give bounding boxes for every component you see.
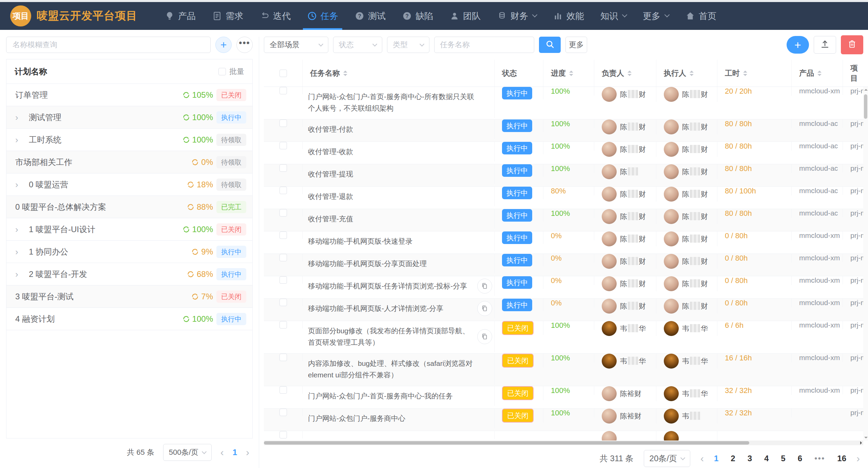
select-all-checkbox[interactable] xyxy=(279,70,287,77)
plan-row[interactable]: ›2 唛盟平台-开发68%执行中 xyxy=(6,263,252,285)
copy-task-button[interactable] xyxy=(477,279,492,294)
sort-carets-icon[interactable] xyxy=(817,71,822,76)
plan-row[interactable]: ›0 唛盟运营18%待领取 xyxy=(6,173,252,196)
vertical-scrollbar[interactable] xyxy=(863,87,868,441)
row-checkbox[interactable] xyxy=(279,254,287,261)
task-name[interactable]: 门户网站-众包门户-首页-服务商中心-所有数据只关联个人账号，不关联组织架构 xyxy=(308,91,475,114)
task-next-page-icon[interactable]: › xyxy=(856,453,860,464)
sort-carets-icon[interactable] xyxy=(628,71,632,76)
row-checkbox[interactable] xyxy=(279,431,287,438)
row-checkbox[interactable] xyxy=(279,409,287,416)
page-number[interactable]: 1 xyxy=(714,454,718,463)
chevron-right-icon[interactable]: › xyxy=(15,135,29,144)
type-select[interactable]: 类型 xyxy=(387,37,429,53)
nav-item-首页[interactable]: 首页 xyxy=(677,2,725,30)
row-checkbox[interactable] xyxy=(279,231,287,239)
page-number[interactable]: 6 xyxy=(798,454,802,463)
vertical-scrollbar-thumb[interactable] xyxy=(864,94,867,119)
nav-item-需求[interactable]: 需求 xyxy=(204,2,251,30)
task-name[interactable]: 收付管理-收款 xyxy=(308,146,353,157)
chevron-right-icon[interactable]: › xyxy=(15,225,29,234)
more-filters-button[interactable]: 更多 xyxy=(565,37,587,53)
scroll-up-icon[interactable] xyxy=(864,89,868,91)
task-name[interactable]: 移动端功能-手机网页版-人才详情浏览-分享 xyxy=(308,303,443,314)
task-name[interactable]: 移动端功能-手机网页版-分享页面处理 xyxy=(308,258,427,269)
sort-carets-icon[interactable] xyxy=(743,71,747,76)
row-checkbox[interactable] xyxy=(279,209,287,217)
plan-row[interactable]: 0 唛盟平台-总体解决方案88%已完工 xyxy=(6,196,252,218)
scene-select[interactable]: 全部场景 xyxy=(264,37,328,53)
row-checkbox[interactable] xyxy=(279,354,287,361)
brand[interactable]: 项目 唛盟云开发平台项目 xyxy=(10,2,137,30)
add-plan-button[interactable]: + xyxy=(215,37,232,53)
horizontal-scrollbar[interactable] xyxy=(264,441,863,445)
plan-prev-page-icon[interactable]: ‹ xyxy=(220,447,224,457)
plan-page-number[interactable]: 1 xyxy=(233,448,237,457)
row-checkbox[interactable] xyxy=(279,386,287,394)
task-name-input[interactable] xyxy=(434,37,534,53)
task-prev-page-icon[interactable]: ‹ xyxy=(700,453,704,464)
row-checkbox[interactable] xyxy=(279,321,287,329)
task-name[interactable]: 内容添加修改、bug处理、样式修改（safari浏览器对element ui部分… xyxy=(308,358,475,381)
nav-item-测试[interactable]: ?测试 xyxy=(346,2,394,30)
nav-item-效能[interactable]: 效能 xyxy=(545,2,592,30)
batch-checkbox[interactable] xyxy=(218,68,226,75)
plan-row[interactable]: ›测试管理100%执行中 xyxy=(6,106,252,129)
import-button[interactable] xyxy=(814,36,836,54)
nav-item-知识[interactable]: 知识 xyxy=(592,2,635,30)
task-name[interactable]: 收付管理-提现 xyxy=(308,168,353,180)
project-logo[interactable]: 项目 xyxy=(10,5,31,26)
plan-search-input[interactable] xyxy=(6,37,211,53)
sort-carets-icon[interactable] xyxy=(569,71,573,76)
add-task-button[interactable]: + xyxy=(787,36,809,54)
plan-row[interactable]: ›工时系统100%待领取 xyxy=(6,129,252,151)
plan-row[interactable]: 4 融资计划100%执行中 xyxy=(6,308,252,330)
row-checkbox[interactable] xyxy=(279,87,287,94)
task-name[interactable]: 收付管理-付款 xyxy=(308,124,353,135)
task-name[interactable]: 收付管理-退款 xyxy=(308,191,353,202)
nav-item-任务[interactable]: 任务 xyxy=(299,2,346,30)
task-name[interactable]: 移动端功能-手机网页版-任务详情页浏览-投标-分享 xyxy=(308,280,467,292)
nav-item-团队[interactable]: 团队 xyxy=(441,2,489,30)
page-number[interactable]: 4 xyxy=(764,454,769,463)
chevron-right-icon[interactable]: › xyxy=(15,270,29,279)
task-name[interactable]: 页面部分bug修改（我发布的任务详情页顶部导航、首页研发管理工具等） xyxy=(308,325,475,348)
plan-row[interactable]: ›1 协同办公9%执行中 xyxy=(6,241,252,263)
nav-item-更多[interactable]: 更多 xyxy=(635,2,677,30)
sort-carets-icon[interactable] xyxy=(343,71,347,76)
plan-row[interactable]: 3 唛盟平台-测试7%已关闭 xyxy=(6,285,252,308)
copy-task-button[interactable] xyxy=(477,301,492,316)
task-name[interactable]: 门户网站-众包门户-服务商中心 xyxy=(308,413,405,424)
plan-row[interactable]: 市场部相关工作0%待领取 xyxy=(6,151,252,173)
delete-button[interactable] xyxy=(841,35,863,54)
nav-item-产品[interactable]: 产品 xyxy=(156,2,204,30)
row-checkbox[interactable] xyxy=(279,276,287,284)
chevron-right-icon[interactable]: › xyxy=(15,180,29,189)
horizontal-scrollbar-thumb[interactable] xyxy=(264,441,749,445)
page-number[interactable]: 16 xyxy=(837,454,846,463)
page-number[interactable]: 5 xyxy=(781,454,785,463)
plan-page-size-select[interactable]: 500条/页 xyxy=(163,444,212,461)
chevron-right-icon[interactable]: › xyxy=(15,247,29,256)
row-checkbox[interactable] xyxy=(279,142,287,149)
plan-row[interactable]: ›1 唛盟平台-UI设计100%已关闭 xyxy=(6,218,252,241)
sort-carets-icon[interactable] xyxy=(690,71,694,76)
page-number[interactable]: 2 xyxy=(731,454,735,463)
scroll-down-icon[interactable] xyxy=(864,437,868,438)
row-checkbox[interactable] xyxy=(279,299,287,306)
row-checkbox[interactable] xyxy=(279,119,287,127)
plan-next-page-icon[interactable]: › xyxy=(246,447,249,457)
plan-row[interactable]: 订单管理105%已关闭 xyxy=(6,84,252,106)
task-page-size-select[interactable]: 20条/页 xyxy=(644,450,690,467)
chevron-right-icon[interactable]: › xyxy=(15,113,29,122)
scroll-right-icon[interactable] xyxy=(860,441,862,445)
task-name[interactable]: 移动端功能-手机网页版-快速登录 xyxy=(308,236,412,247)
page-number[interactable]: 3 xyxy=(748,454,752,463)
status-select[interactable]: 状态 xyxy=(333,37,382,53)
task-name[interactable]: 门户网站-众包门户-首页-服务商中心-我的任务 xyxy=(308,390,453,402)
row-checkbox[interactable] xyxy=(279,164,287,172)
nav-item-迭代[interactable]: 迭代 xyxy=(251,2,299,30)
nav-item-财务[interactable]: 财务 xyxy=(489,2,545,30)
plan-more-actions-button[interactable]: ••• xyxy=(236,37,253,53)
nav-item-缺陷[interactable]: ?缺陷 xyxy=(394,2,441,30)
